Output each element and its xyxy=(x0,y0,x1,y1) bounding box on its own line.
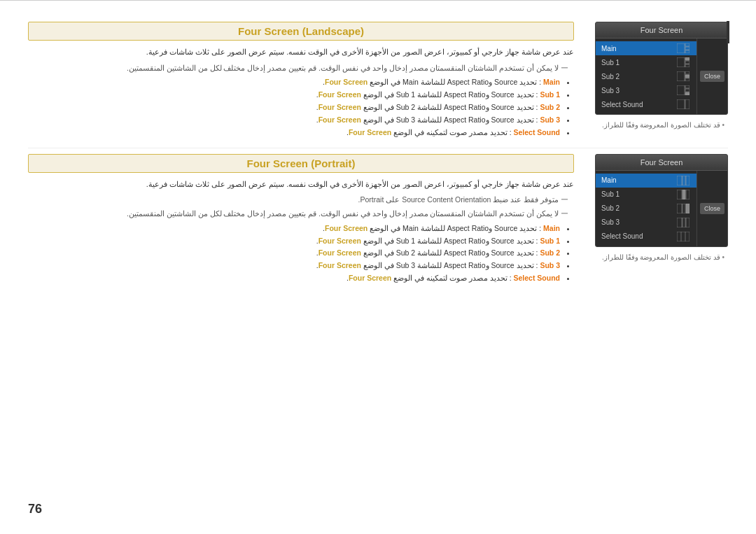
bullet-text-sub1-p: : تحديد Source وAspect Ratio للشاشة Sub … xyxy=(316,237,538,245)
svg-rect-6 xyxy=(685,61,690,64)
section-portrait: Four Screen (Portrait) عند عرض شاشة جهاز… xyxy=(28,154,728,288)
bullet-text-sub3-l: : تحديد Source وAspect Ratio للشاشة Sub … xyxy=(316,115,538,124)
section-landscape-note1: لا يمكن أن تستخدم الشاشتان المنقسمتان مص… xyxy=(28,63,574,74)
bullet-label-sub2-p: Sub 2 xyxy=(540,248,560,257)
bullet-sub3-portrait: Sub 3 : تحديد Source وAspect Ratio للشاش… xyxy=(28,260,560,272)
section-divider xyxy=(28,148,728,148)
panel-portrait-header: Four Screen xyxy=(596,155,727,171)
bullet-text-sound-l: : تحديد مصدر صوت لتمكينه في الوضع Four S… xyxy=(346,128,512,136)
bullet-text-sound-p: : تحديد مصدر صوت لتمكينه في الوضع Four S… xyxy=(346,274,512,282)
panel-landscape-body: Main Sub 1 xyxy=(596,38,727,114)
svg-rect-9 xyxy=(685,71,690,74)
panel-portrait-close-col: Close xyxy=(696,171,727,246)
panel-item-label-sub3-p: Sub 3 xyxy=(601,218,620,226)
svg-rect-22 xyxy=(682,190,685,199)
bullet-main-landscape: Main : تحديد Source وAspect Ratio للشاشة… xyxy=(28,76,560,89)
bullet-text-main-l: : تحديد Source وAspect Ratio للشاشة Main… xyxy=(323,78,541,86)
panel-portrait-body: Main Sub 1 xyxy=(596,171,727,246)
svg-rect-30 xyxy=(677,232,690,241)
panel-item-label-main-l: Main xyxy=(601,45,617,52)
svg-rect-7 xyxy=(685,64,690,67)
section-landscape-bottom-note: قد تختلف الصورة المعروضة وفقًا للطراز. xyxy=(602,119,728,129)
bullet-label-sub2-l: Sub 2 xyxy=(540,103,560,111)
panel-item-sub2-l[interactable]: Sub 2 xyxy=(596,69,696,83)
panel-item-icon-sound-l xyxy=(676,99,691,109)
bullet-text-sub2-p: : تحديد Source وAspect Ratio للشاشة Sub … xyxy=(316,248,538,257)
bullet-sound-landscape: Select Sound : تحديد مصدر صوت لتمكينه في… xyxy=(28,127,560,139)
panel-item-main-l[interactable]: Main xyxy=(596,41,696,55)
panel-item-icon-sub1-l xyxy=(676,57,691,67)
bullet-label-main-p: Main xyxy=(543,224,560,232)
panel-item-sound-l[interactable]: Select Sound xyxy=(596,97,696,111)
section-landscape-bullets: Main : تحديد Source وAspect Ratio للشاشة… xyxy=(28,76,574,139)
bullet-text-sub3-p: : تحديد Source وAspect Ratio للشاشة Sub … xyxy=(316,261,538,269)
svg-rect-11 xyxy=(685,78,690,81)
svg-rect-28 xyxy=(682,218,685,227)
svg-rect-23 xyxy=(686,190,690,199)
panel-item-label-sub2-p: Sub 2 xyxy=(601,204,620,212)
svg-rect-15 xyxy=(685,92,690,95)
panel-item-icon-sound-p xyxy=(676,232,691,241)
panel-item-sub1-p[interactable]: Sub 1 xyxy=(596,188,696,202)
bullet-sub3-landscape: Sub 3 : تحديد Source وAspect Ratio للشاش… xyxy=(28,114,560,127)
bullet-text-sub1-l: : تحديد Source وAspect Ratio للشاشة Sub … xyxy=(316,90,538,99)
section-portrait-intro: عند عرض شاشة جهاز خارجي أو كمبيوتر، اعرض… xyxy=(28,178,574,191)
svg-rect-8 xyxy=(677,71,685,81)
panel-item-sub1-l[interactable]: Sub 1 xyxy=(596,55,696,69)
bullet-text-main-p: : تحديد Source وAspect Ratio للشاشة Main… xyxy=(323,224,541,232)
svg-rect-3 xyxy=(685,50,690,53)
panel-item-label-sub2-l: Sub 2 xyxy=(601,73,620,80)
svg-rect-14 xyxy=(685,89,690,92)
panel-landscape-close-btn[interactable]: Close xyxy=(700,71,724,82)
panel-item-label-sound-p: Select Sound xyxy=(601,232,643,240)
bullet-label-sound-p: Select Sound xyxy=(513,274,560,282)
section-landscape-intro: عند عرض شاشة جهاز خارجي أو كمبيوتر، اعرض… xyxy=(28,46,574,59)
panel-item-icon-sub2-l xyxy=(676,71,691,81)
svg-rect-29 xyxy=(686,218,690,227)
svg-rect-5 xyxy=(685,57,690,60)
section-landscape: Four Screen (Landscape) عند عرض شاشة جها… xyxy=(28,22,728,142)
panel-item-sub3-p[interactable]: Sub 3 xyxy=(596,216,696,230)
section-portrait-bottom-note: قد تختلف الصورة المعروضة وفقًا للطراز. xyxy=(602,251,728,261)
panel-item-icon-sub1-p xyxy=(676,190,691,199)
panel-item-label-sub1-l: Sub 1 xyxy=(601,59,620,66)
bullet-label-sound-l: Select Sound xyxy=(513,128,560,136)
svg-rect-18 xyxy=(677,176,682,185)
section-portrait-bullets: Main : تحديد Source وAspect Ratio للشاشة… xyxy=(28,223,574,285)
panel-item-icon-sub3-l xyxy=(676,85,691,95)
panel-item-icon-main-l xyxy=(676,43,691,53)
panel-item-label-sound-l: Select Sound xyxy=(601,101,643,108)
bullet-sub1-portrait: Sub 1 : تحديد Source وAspect Ratio للشاش… xyxy=(28,235,560,248)
svg-rect-20 xyxy=(686,176,690,185)
svg-rect-10 xyxy=(685,75,690,78)
section-portrait-title: Four Screen (Portrait) xyxy=(28,154,574,173)
svg-rect-2 xyxy=(685,47,690,50)
section-portrait-note2: لا يمكن أن تستخدم الشاشتان المنقسمتان مص… xyxy=(28,209,574,220)
panel-item-icon-sub3-p xyxy=(676,218,691,227)
svg-rect-24 xyxy=(677,204,682,213)
bullet-sub2-portrait: Sub 2 : تحديد Source وAspect Ratio للشاش… xyxy=(28,247,560,260)
section-portrait-note1: متوفر فقط عند ضبط Source Content Orienta… xyxy=(28,195,574,206)
panel-item-label-main-p: Main xyxy=(601,176,617,184)
right-accent-bar xyxy=(727,21,729,43)
panel-item-label-sub3-l: Sub 3 xyxy=(601,87,620,94)
section-landscape-title: Four Screen (Landscape) xyxy=(28,22,574,41)
panel-item-main-p[interactable]: Main xyxy=(596,174,696,188)
bullet-label-sub3-l: Sub 3 xyxy=(540,115,560,124)
svg-rect-19 xyxy=(682,176,685,185)
bullet-sub1-landscape: Sub 1 : تحديد Source وAspect Ratio للشاش… xyxy=(28,89,560,101)
panel-item-icon-sub2-p xyxy=(676,204,691,213)
section-landscape-content: Four Screen (Landscape) عند عرض شاشة جها… xyxy=(28,22,574,142)
panel-item-label-sub1-p: Sub 1 xyxy=(601,190,620,198)
svg-rect-16 xyxy=(677,99,685,109)
svg-rect-26 xyxy=(686,204,690,213)
panel-item-sub2-p[interactable]: Sub 2 xyxy=(596,202,696,216)
svg-rect-1 xyxy=(685,43,690,46)
panel-portrait-close-btn[interactable]: Close xyxy=(700,203,724,214)
page-number: 76 xyxy=(28,502,42,517)
svg-rect-25 xyxy=(682,204,685,213)
panel-landscape-list: Main Sub 1 xyxy=(596,38,696,114)
panel-item-sub3-l[interactable]: Sub 3 xyxy=(596,83,696,97)
bullet-label-sub1-l: Sub 1 xyxy=(540,90,560,99)
panel-item-sound-p[interactable]: Select Sound xyxy=(596,230,696,244)
